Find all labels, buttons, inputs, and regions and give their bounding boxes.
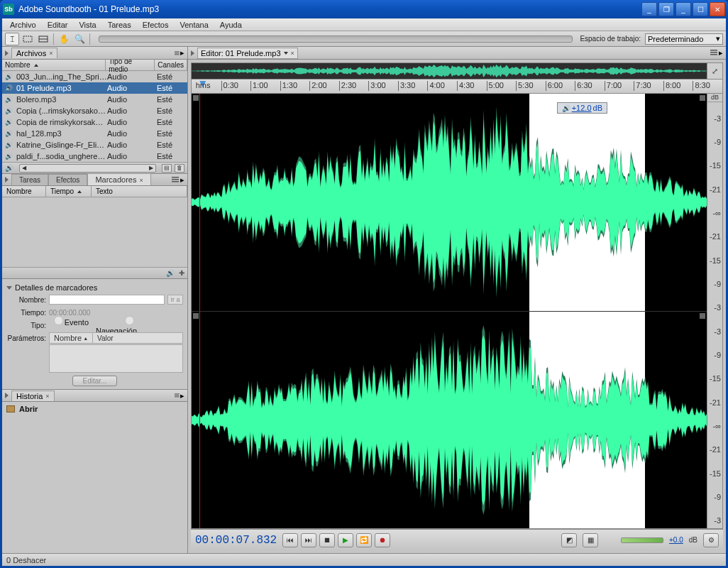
markers-col-tiempo[interactable]: Tiempo	[46, 186, 92, 197]
minimize2-button[interactable]: _	[675, 2, 691, 16]
historia-panel: Abrir	[2, 402, 187, 553]
files-hscrollbar[interactable]: ◀▶	[19, 164, 156, 173]
spectral-toggle-icon[interactable]: ▦	[583, 533, 598, 547]
edit-button[interactable]: Editar...	[72, 376, 118, 386]
panel-menu-icon[interactable]: ▸	[175, 50, 184, 57]
channel-marker-icon	[193, 313, 199, 319]
menu-archivo[interactable]: Archivo	[4, 20, 42, 30]
menu-editar[interactable]: Editar	[42, 20, 74, 30]
speaker-icon[interactable]: 🔊	[166, 269, 175, 277]
close-icon[interactable]: ×	[49, 50, 53, 57]
panel-collapse-icon[interactable]	[5, 50, 9, 56]
tab-marcadores[interactable]: Marcadores×	[87, 173, 150, 185]
panel-menu-icon[interactable]: ▸	[175, 392, 184, 399]
view-toggle-icon[interactable]: ◩	[561, 533, 577, 547]
maximize-button[interactable]: ☐	[693, 2, 708, 16]
panel-menu-icon[interactable]: ▸	[710, 48, 723, 58]
detail-name-input[interactable]	[49, 295, 165, 305]
param-col-value[interactable]: Valor	[92, 332, 183, 344]
panel-menu-icon[interactable]: ▸	[172, 175, 184, 185]
file-row[interactable]: 🔊hal_128.mp3AudioEsté	[2, 128, 187, 139]
minimize-button[interactable]: _	[641, 2, 657, 16]
panel-collapse-icon[interactable]	[5, 393, 9, 398]
markers-list	[2, 197, 187, 267]
svg-rect-3	[175, 51, 180, 52]
markers-col-texto[interactable]: Texto	[92, 186, 187, 197]
trash-icon[interactable]: 🗑	[175, 164, 184, 173]
file-row[interactable]: 🔊paldi_f...sodia_ungherese.mp3AudioEsté	[2, 151, 187, 162]
historia-header: Historia× ▸	[2, 389, 187, 402]
settings-icon[interactable]: ⚙	[703, 533, 719, 547]
editor-header: Editor: 01 Prelude.mp3× ▸	[188, 47, 726, 60]
zoom-tool-icon[interactable]: 🔍	[72, 33, 87, 45]
file-row[interactable]: 🔊Copia de rimskykorsakov.mp3AudioEsté	[2, 116, 187, 128]
svg-rect-7	[172, 179, 179, 180]
goto-start-button[interactable]: ⏮	[282, 533, 298, 547]
menu-ventana[interactable]: Ventana	[174, 20, 214, 30]
record-button[interactable]: ⏺	[375, 533, 390, 547]
close-icon[interactable]: ×	[291, 50, 294, 57]
undo-status: 0 Deshacer	[6, 556, 46, 564]
restore-button[interactable]: ❐	[658, 2, 674, 16]
file-row[interactable]: 🔊Bolero.mp3AudioEsté	[2, 94, 187, 105]
param-col-name[interactable]: Nombre▲	[49, 332, 92, 344]
zoom-fit-icon[interactable]: ⤢	[707, 63, 722, 79]
freq-tool-icon[interactable]	[36, 33, 50, 45]
loop-button[interactable]: 🔁	[356, 533, 372, 547]
detail-type-label: Tipo:	[6, 322, 46, 329]
file-row[interactable]: 🔊003_Jun...ing_The_Spring.mp3AudioEsté	[2, 71, 187, 82]
timeline-ruler[interactable]: hms0:301:001:302:002:303:003:304:004:305…	[191, 80, 723, 94]
file-row[interactable]: 🔊Katrine_Gislinge-Fr_Elise.mp3AudioEsté	[2, 139, 187, 151]
marquee-tool-icon[interactable]	[21, 33, 35, 45]
goto-button[interactable]: Ir a	[167, 295, 183, 305]
goto-end-button[interactable]: ⏭	[301, 533, 316, 547]
history-item[interactable]: Abrir	[6, 403, 183, 415]
files-tab[interactable]: Archivos×	[11, 48, 57, 58]
panel-collapse-icon[interactable]	[191, 50, 194, 56]
play-button[interactable]: ▶	[338, 533, 353, 547]
close-icon[interactable]: ×	[139, 177, 143, 184]
editor-tab[interactable]: Editor: 01 Prelude.mp3×	[197, 48, 298, 59]
markers-col-nombre[interactable]: Nombre	[2, 186, 46, 197]
tab-efectos[interactable]: Efectos	[48, 174, 87, 185]
speaker-icon[interactable]: 🔊	[5, 164, 13, 172]
workspace-dropdown[interactable]: Predeterminado▾	[645, 33, 723, 45]
folder-icon	[6, 405, 15, 413]
time-display[interactable]: 00:00:07.832	[195, 534, 277, 547]
menu-efectos[interactable]: Efectos	[137, 20, 175, 30]
app-icon: Sb	[3, 4, 14, 15]
gain-badge[interactable]: 🔊 +12.0 dB	[557, 102, 607, 114]
volume-meter[interactable]	[621, 537, 663, 543]
volume-unit: dB	[689, 536, 697, 544]
status-bar: 0 Deshacer	[2, 553, 726, 566]
close-button[interactable]: ✕	[710, 2, 725, 16]
chevron-down-icon[interactable]	[284, 52, 288, 55]
new-bin-icon[interactable]: ▤	[162, 164, 172, 173]
volume-value[interactable]: +0.0	[669, 536, 683, 544]
waveform-left[interactable]: 🔊 +12.0 dB	[192, 94, 707, 312]
tab-tareas[interactable]: Tareas	[11, 174, 48, 185]
add-marker-icon[interactable]: ✚	[179, 269, 184, 277]
close-icon[interactable]: ×	[45, 393, 49, 400]
channel-marker-icon	[193, 95, 199, 101]
file-row[interactable]: 🔊01 Prelude.mp3AudioEsté	[2, 82, 187, 94]
menubar: Archivo Editar Vista Tareas Efectos Vent…	[2, 18, 726, 31]
details-header[interactable]: Detalles de marcadores	[6, 282, 183, 293]
svg-rect-14	[710, 54, 717, 55]
hand-tool-icon[interactable]: ✋	[57, 33, 71, 45]
overview-strip[interactable]: ⤢	[191, 62, 723, 80]
historia-tab[interactable]: Historia×	[11, 390, 55, 401]
waveform-right[interactable]	[192, 312, 707, 529]
menu-ayuda[interactable]: Ayuda	[214, 20, 248, 30]
ibeam-tool-icon[interactable]: 𝙸	[5, 33, 19, 45]
panel-collapse-icon[interactable]	[5, 177, 9, 182]
menu-tareas[interactable]: Tareas	[102, 20, 137, 30]
detail-time-label: Tiempo:	[6, 309, 46, 317]
col-tipo[interactable]: Tipo de medio	[106, 60, 155, 70]
col-canales[interactable]: Canales	[155, 60, 187, 70]
col-nombre[interactable]: Nombre	[2, 60, 106, 70]
params-list	[49, 344, 183, 373]
file-row[interactable]: 🔊Copia (...rimskykorsakov.mp3AudioEsté	[2, 105, 187, 116]
menu-vista[interactable]: Vista	[73, 20, 101, 30]
stop-button[interactable]: ⏹	[319, 533, 335, 547]
